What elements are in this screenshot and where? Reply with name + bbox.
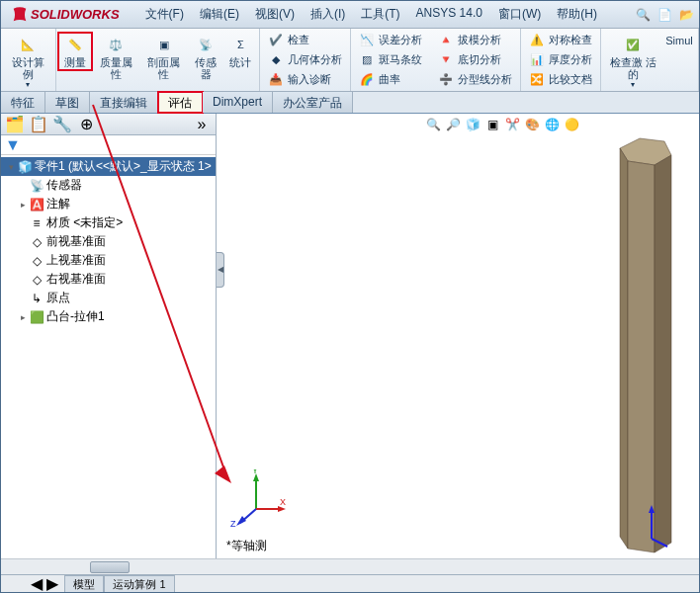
menu-insert[interactable]: 插入(I) bbox=[303, 2, 353, 27]
panel-splitter[interactable] bbox=[217, 252, 224, 288]
app-name: SOLIDWORKS bbox=[31, 7, 120, 22]
menu-help[interactable]: 帮助(H) bbox=[549, 2, 605, 27]
section-view-icon[interactable]: ✂️ bbox=[503, 116, 521, 133]
menu-edit[interactable]: 编辑(E) bbox=[192, 2, 247, 27]
feature-manager-panel: 🗂️ 📋 🔧 ⊕ » ▼ ▾🧊零件1 (默认<<默认>_显示状态 1> 📡传感器… bbox=[1, 114, 217, 558]
sensor-button[interactable]: 📡 传感器 bbox=[188, 33, 224, 82]
bottom-tabs: ◀ ▶ 模型 运动算例 1 bbox=[1, 574, 699, 592]
check-icon: ✔️ bbox=[268, 32, 284, 47]
design-study-button[interactable]: 📐 设计算 例 ▾ bbox=[3, 33, 53, 91]
tree-annotations[interactable]: ▸🅰️注解 bbox=[1, 195, 216, 213]
render-icon[interactable]: 🟡 bbox=[563, 116, 580, 133]
tab-sketch[interactable]: 草图 bbox=[45, 92, 90, 113]
tab-model[interactable]: 模型 bbox=[64, 575, 104, 593]
zoom-fit-icon[interactable]: 🔍 bbox=[424, 116, 442, 133]
filter-icon[interactable]: ▼ bbox=[5, 136, 21, 154]
stats-icon: Σ bbox=[230, 35, 250, 54]
panel-chevron-icon[interactable]: » bbox=[192, 116, 212, 133]
undercut-icon: 🔻 bbox=[438, 51, 454, 67]
apply-scene-icon[interactable]: 🌐 bbox=[543, 116, 561, 133]
dimxpert-tab[interactable]: ⊕ bbox=[76, 116, 96, 133]
simulation-button[interactable]: Simul bbox=[662, 33, 696, 48]
svg-marker-1 bbox=[620, 148, 628, 549]
menu-tools[interactable]: 工具(T) bbox=[353, 2, 407, 27]
origin-icon: ↳ bbox=[29, 291, 44, 306]
geometry-icon: ◆ bbox=[268, 51, 284, 67]
svg-text:Y: Y bbox=[252, 469, 258, 475]
menu-file[interactable]: 文件(F) bbox=[137, 2, 192, 27]
tab-evaluate[interactable]: 评估 bbox=[158, 92, 203, 113]
tree-material[interactable]: ≡材质 <未指定> bbox=[1, 213, 216, 232]
tab-motion[interactable]: 运动算例 1 bbox=[104, 575, 174, 593]
new-icon[interactable]: 📄 bbox=[656, 6, 673, 24]
tree-right-plane[interactable]: ◇右视基准面 bbox=[1, 270, 216, 289]
tab-office[interactable]: 办公室产品 bbox=[273, 92, 353, 113]
draft-icon: 🔺 bbox=[438, 32, 454, 47]
tree-extrude[interactable]: ▸🟩凸台-拉伸1 bbox=[1, 307, 216, 326]
view-toolbar: 🔍 🔎 🧊 ▣ ✂️ 🎨 🌐 🟡 bbox=[424, 116, 580, 133]
viewport[interactable]: 🔍 🔎 🧊 ▣ ✂️ 🎨 🌐 🟡 Y X Z *等轴测 bbox=[217, 114, 699, 558]
input-diag-button[interactable]: 📥输入诊断 bbox=[264, 70, 346, 88]
extrude-icon: 🟩 bbox=[29, 309, 44, 325]
measure-button[interactable]: 📏 测量 bbox=[58, 33, 92, 70]
tab-dimxpert[interactable]: DimXpert bbox=[203, 92, 273, 113]
mass-props-button[interactable]: ⚖️ 质量属 性 bbox=[92, 33, 140, 82]
plane-icon: ◇ bbox=[29, 234, 44, 250]
check-active-button[interactable]: ✅ 检查激 活的 ▾ bbox=[603, 33, 662, 91]
menubar: 文件(F) 编辑(E) 视图(V) 插入(I) 工具(T) ANSYS 14.0… bbox=[137, 2, 605, 27]
sensor-icon: 📡 bbox=[29, 178, 44, 194]
tree-front-plane[interactable]: ◇前视基准面 bbox=[1, 232, 216, 251]
svg-marker-2 bbox=[628, 161, 655, 552]
menu-ansys[interactable]: ANSYS 14.0 bbox=[408, 2, 490, 27]
geometry-button[interactable]: ◆几何体分析 bbox=[264, 50, 346, 68]
main-area: 🗂️ 📋 🔧 ⊕ » ▼ ▾🧊零件1 (默认<<默认>_显示状态 1> 📡传感器… bbox=[1, 114, 699, 558]
draft-button[interactable]: 🔺拔模分析 bbox=[434, 31, 516, 48]
tab-feature[interactable]: 特征 bbox=[1, 92, 45, 113]
check-active-icon: ✅ bbox=[623, 35, 643, 54]
annotation-icon: 🅰️ bbox=[29, 197, 44, 212]
deviation-icon: 📉 bbox=[359, 32, 375, 47]
statistics-button[interactable]: Σ 统计 bbox=[223, 33, 257, 70]
tree-root[interactable]: ▾🧊零件1 (默认<<默认>_显示状态 1> bbox=[1, 157, 216, 176]
input-diag-icon: 📥 bbox=[268, 71, 284, 87]
view-orient-icon[interactable]: 🧊 bbox=[464, 116, 481, 133]
plane-icon: ◇ bbox=[29, 253, 44, 269]
zebra-button[interactable]: ▨斑马条纹 bbox=[355, 50, 426, 68]
menu-view[interactable]: 视图(V) bbox=[247, 2, 303, 27]
tree-sensors[interactable]: 📡传感器 bbox=[1, 176, 216, 195]
compare-button[interactable]: 🔀比较文档 bbox=[525, 70, 596, 88]
tabs-nav-icon[interactable]: ◀ ▶ bbox=[31, 574, 58, 593]
design-study-icon: 📐 bbox=[18, 35, 38, 54]
open-icon[interactable]: 📂 bbox=[677, 6, 695, 24]
scroll-thumb[interactable] bbox=[90, 561, 130, 573]
search-icon[interactable]: 🔍 bbox=[634, 6, 652, 24]
curvature-button[interactable]: 🌈曲率 bbox=[355, 70, 426, 88]
display-style-icon[interactable]: ▣ bbox=[483, 116, 501, 133]
ribbon: 📐 设计算 例 ▾ 📏 测量 ⚖️ 质量属 性 ▣ 剖面属 性 📡 传感器 Σ … bbox=[1, 29, 699, 92]
thickness-icon: 📊 bbox=[529, 51, 545, 67]
tree-top-plane[interactable]: ◇上视基准面 bbox=[1, 251, 216, 270]
property-tab[interactable]: 📋 bbox=[29, 116, 48, 133]
thickness-button[interactable]: 📊厚度分析 bbox=[525, 50, 596, 68]
section-props-button[interactable]: ▣ 剖面属 性 bbox=[139, 33, 188, 82]
chevron-down-icon: ▾ bbox=[26, 80, 30, 89]
check-button[interactable]: ✔️检查 bbox=[264, 31, 346, 48]
undercut-button[interactable]: 🔻底切分析 bbox=[434, 50, 516, 68]
config-tab[interactable]: 🔧 bbox=[52, 116, 72, 133]
feature-tree-tab[interactable]: 🗂️ bbox=[5, 116, 25, 133]
tree-origin[interactable]: ↳原点 bbox=[1, 289, 216, 307]
menu-window[interactable]: 窗口(W) bbox=[490, 2, 549, 27]
zoom-area-icon[interactable]: 🔎 bbox=[444, 116, 462, 133]
title-icons: 🔍 📄 📂 bbox=[634, 6, 699, 24]
parting-button[interactable]: ➗分型线分析 bbox=[434, 70, 516, 88]
deviation-button[interactable]: 📉误差分析 bbox=[355, 31, 426, 48]
feature-tree: ▾🧊零件1 (默认<<默认>_显示状态 1> 📡传感器 ▸🅰️注解 ≡材质 <未… bbox=[1, 155, 216, 558]
symmetry-button[interactable]: ⚠️对称检查 bbox=[525, 31, 596, 48]
scene-icon[interactable]: 🎨 bbox=[523, 116, 541, 133]
parting-icon: ➗ bbox=[438, 71, 454, 87]
curvature-icon: 🌈 bbox=[359, 71, 375, 87]
scrollbar-horizontal[interactable] bbox=[1, 558, 699, 574]
panel-tabs: 🗂️ 📋 🔧 ⊕ » bbox=[1, 114, 216, 135]
tab-direct-edit[interactable]: 直接编辑 bbox=[90, 92, 158, 113]
titlebar: SOLIDWORKS 文件(F) 编辑(E) 视图(V) 插入(I) 工具(T)… bbox=[1, 1, 699, 29]
